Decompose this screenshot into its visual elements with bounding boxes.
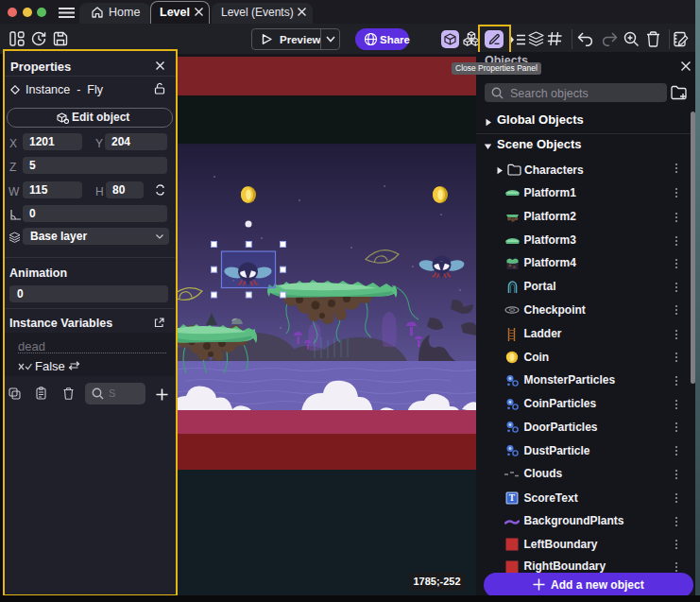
svg-text:T: T [509, 493, 516, 503]
